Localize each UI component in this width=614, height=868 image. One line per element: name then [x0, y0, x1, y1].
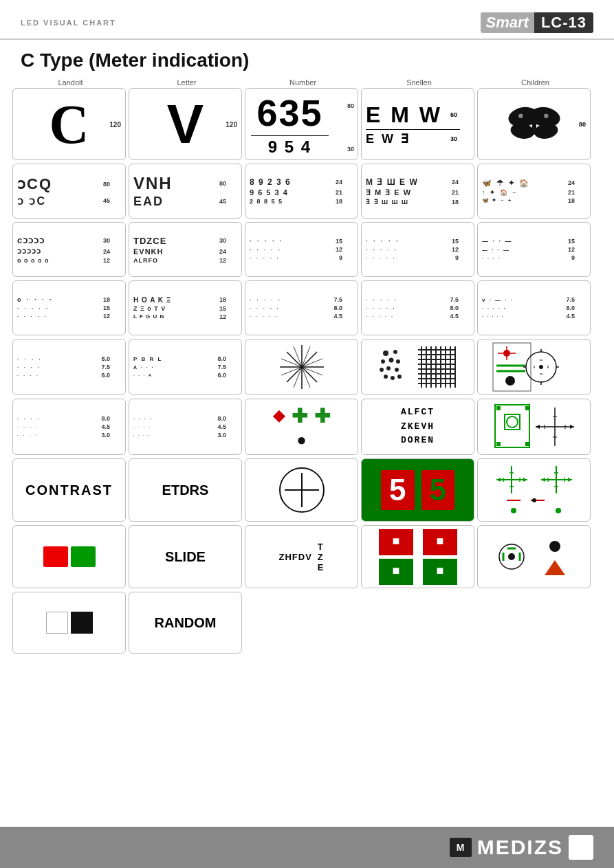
letter-row4-cell: H O A K Ξ 18 Z Ξ o T V 15 L F G U N 12: [129, 280, 242, 335]
children-dot-t3: · · · ·: [482, 256, 571, 260]
letter-r4-12: L F G U N 12: [129, 313, 241, 321]
snellen-dot-n2: 12: [452, 246, 459, 253]
chart-row-6: · · · · 8.0 · · · · 4.5 · · · · 3.0: [12, 399, 602, 455]
snellen-row3: Ǝ Ǝ Ш Ш Ш: [366, 199, 452, 205]
green-cross-icon: ✚: [292, 405, 307, 427]
landolt-r5-75: · · · · 7.5: [13, 363, 125, 371]
letter-row4-content: H O A K Ξ 18 Z Ξ o T V 15 L F G U N 12: [129, 296, 241, 321]
children-row-24: 🦋 ☂ ✦ 🏠 24: [478, 178, 590, 188]
number-row-18: 2 8 8 5 5 18: [245, 197, 358, 205]
letter-v-big: V 120: [129, 88, 242, 160]
num55-cell: 5 5: [361, 458, 474, 522]
letter-r4-15: Z Ξ o T V 15: [129, 304, 241, 313]
snellen-ewe: E W Ǝ: [366, 131, 410, 146]
num-r4-n2: 8.0: [333, 304, 342, 311]
landolt-r6-n2: 4.5: [101, 423, 110, 430]
letter-r4-18: H O A K Ξ 18: [129, 296, 241, 304]
number-dot-15: · · · · · 15: [245, 237, 358, 245]
slide-red: [43, 546, 68, 567]
svg-point-27: [396, 359, 400, 364]
svg-line-11: [302, 352, 317, 367]
sn-r4-45: · · · · · 4.5: [362, 312, 474, 320]
landolt-r5-t3: · · · ·: [17, 373, 101, 377]
number-cell-content: 635 80 9 5 4 30: [245, 89, 342, 159]
children-dot-n1: 15: [568, 238, 575, 245]
content: Landolt Letter Number Snellen Children C…: [0, 78, 614, 715]
number-multi-content: 8 9 2 3 6 24 9 6 5 3 4 21 2 8 8 5 5 18: [245, 177, 358, 205]
svg-point-33: [397, 375, 402, 379]
zhfdv-z: Z: [318, 552, 324, 562]
landolt-r5-n2: 7.5: [101, 364, 110, 370]
letter-r5-60: · · · A 6.0: [129, 371, 241, 379]
num-r4-t3: · · · · ·: [250, 314, 333, 318]
letter-r6-n3: 3.0: [217, 432, 226, 438]
slide-green: [71, 546, 96, 567]
landolt-r4-18: o · · · · 18: [13, 296, 125, 304]
zhfdv-t: T: [318, 542, 324, 552]
landolt-row3-n3: 12: [103, 257, 110, 264]
landolt-row3-30: cↄↄↄↄ 30: [13, 234, 125, 246]
sunburst-cell: [245, 339, 358, 395]
sn-r4-t1: · · · · ·: [366, 297, 450, 303]
circle-plus-icon: [274, 463, 329, 518]
landolt-multi-cell: ↄCQ 80 ↄ ↄC 45: [12, 164, 126, 219]
svg-point-5: [518, 114, 523, 118]
svg-point-32: [384, 375, 388, 379]
contrast-label: CONTRAST: [25, 482, 113, 498]
svg-point-25: [388, 358, 393, 363]
landolt-row3-12: o o o o o 12: [13, 256, 125, 265]
landolt-r6-t2: · · · ·: [17, 425, 101, 429]
sn-r4-n1: 7.5: [450, 296, 459, 303]
snellen-emw: E M W: [366, 102, 442, 128]
letter-row6-cell: · · · · 8.0 · · · · 4.5 · · · · 3.0: [129, 399, 242, 455]
zhfdv-cell: ZHFDV T Z E: [245, 525, 358, 588]
etdrs-label: ETDRS: [162, 482, 209, 498]
landolt-rows3-cell: cↄↄↄↄ 30 ↄↄↄↄↄ 24 o o o o o 12: [12, 222, 126, 277]
snellen-dot-9: · · · · · 9: [362, 254, 474, 262]
snellen-dot-t3: · · · · ·: [366, 256, 455, 260]
alignment-cell: [477, 458, 591, 522]
letter-r4-t2: Z Ξ o T V: [133, 305, 219, 312]
medizs-m-icon: M: [450, 838, 472, 857]
num-r4-80: · · · · · 8.0: [245, 304, 358, 312]
children-dot-15: — · · — 15: [478, 237, 590, 245]
alignment-icon: [490, 459, 579, 521]
snellen-dots-cell: · · · · · 15 · · · · · 12 · · · · · 9: [361, 222, 474, 277]
landolt-r6-n3: 3.0: [101, 432, 110, 438]
ch-r4-t2: · · · · ·: [482, 306, 566, 311]
num55-left: 5: [381, 470, 414, 510]
snellen-multi-cell: M Ǝ Ш E W 24 Ǝ M Ǝ E W 21 Ǝ Ǝ Ш Ш Ш 18: [361, 164, 474, 219]
letter-multi-cell: VNH 80 EAD 45: [129, 164, 242, 219]
zhfdv-content: ZHFDV T Z E: [245, 537, 358, 577]
landolt-row3-n2: 24: [103, 248, 110, 255]
landolt-r5-t1: · · · ·: [17, 356, 101, 362]
svg-text:■: ■: [436, 534, 443, 548]
num-r4-75: · · · · · 7.5: [245, 296, 358, 304]
landolt-row3-t3: o o o o o: [17, 257, 103, 264]
svg-text:■: ■: [392, 564, 399, 577]
svg-marker-83: [570, 425, 574, 429]
landolt-row6-content: · · · · 8.0 · · · · 4.5 · · · · 3.0: [13, 414, 125, 439]
white-square: [46, 612, 68, 634]
svg-line-13: [287, 367, 302, 382]
children-row3: 🦋 ✦ ← +: [482, 197, 568, 203]
landolt-row6-cell: · · · · 8.0 · · · · 4.5 · · · · 3.0: [12, 399, 126, 455]
alfct-text: ALFCTZKEVHDOREN: [401, 405, 435, 448]
landolt-row3-t1: cↄↄↄↄ: [17, 235, 103, 245]
landolt-r4-n3: 12: [103, 313, 110, 320]
svg-text:■: ■: [392, 534, 399, 548]
letter-row3-24: EVNKH 24: [129, 247, 241, 256]
children-multi-content: 🦋 ☂ ✦ 🏠 24 ↑ ✦ 🏠 ← 21 🦋 ✦ ← + 18: [478, 178, 590, 205]
col-header-children: Children: [479, 78, 592, 87]
letter-r6-n1: 8.0: [217, 415, 226, 422]
number-dot-12: · · · · · 12: [245, 245, 358, 254]
landolt-r5-n3: 6.0: [101, 372, 110, 379]
num-r4-n1: 7.5: [333, 296, 342, 303]
sn-r4-75: · · · · · 7.5: [362, 296, 474, 304]
svg-point-106: [556, 508, 561, 513]
number-954: 9 5 4: [268, 137, 311, 157]
bottom-bar: M MEDIZS: [0, 827, 614, 868]
chart-grid: C 120 V 120 635 80 9 5 4: [12, 88, 602, 709]
ch-r4-t3: · · · · ·: [482, 314, 566, 318]
letter-row3-t3: ALRFO: [133, 257, 219, 264]
